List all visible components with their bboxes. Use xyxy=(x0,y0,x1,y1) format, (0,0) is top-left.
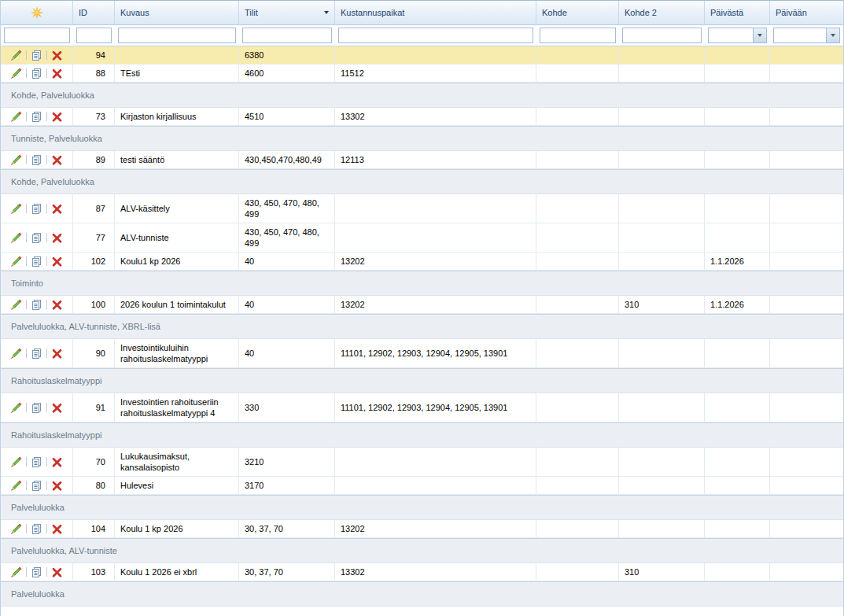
delete-button[interactable] xyxy=(50,49,64,61)
edit-button[interactable] xyxy=(9,202,23,215)
edit-button[interactable] xyxy=(9,110,23,123)
delete-button[interactable] xyxy=(50,298,64,311)
filter-input-paivasta[interactable] xyxy=(708,28,753,43)
copy-button[interactable] xyxy=(30,49,43,61)
delete-button[interactable] xyxy=(50,479,64,492)
group-label: Toiminto xyxy=(11,278,43,288)
edit-button[interactable] xyxy=(9,67,23,79)
column-header-paivaan[interactable]: Päivään xyxy=(770,1,843,24)
edit-button[interactable] xyxy=(9,49,23,61)
table-row[interactable]: 77ALV-tunniste430, 450, 470, 480, 499 xyxy=(1,223,843,253)
table-row[interactable]: 91Investointien rahoituseriin rahoitusla… xyxy=(1,393,843,422)
filter-input-paivaan[interactable] xyxy=(773,28,826,43)
delete-button[interactable] xyxy=(50,522,64,535)
filter-input-kohde[interactable] xyxy=(540,28,616,43)
table-row[interactable]: 88TEsti460011512 xyxy=(1,65,843,83)
table-row[interactable]: 73Kirjaston kirjallisuus451013302 xyxy=(1,108,843,126)
copy-button[interactable] xyxy=(30,566,43,578)
row-actions-cell xyxy=(1,253,73,270)
copy-button[interactable] xyxy=(30,401,43,414)
table-row[interactable]: 70Lukukausimaksut, kansalaisopisto3210 xyxy=(1,448,843,477)
column-header-actions[interactable] xyxy=(1,1,73,24)
edit-button[interactable] xyxy=(9,566,23,578)
cell-tilit: 40 xyxy=(239,253,335,270)
date-picker-trigger-button[interactable] xyxy=(753,28,767,43)
filter-input-id[interactable] xyxy=(76,28,112,43)
edit-button[interactable] xyxy=(9,231,23,244)
action-separator xyxy=(26,155,27,164)
edit-button[interactable] xyxy=(9,479,23,492)
cell-text: 80 xyxy=(96,480,105,491)
table-row[interactable]: 90Investointikuluihin rahoituslaskelmaty… xyxy=(1,339,843,368)
copy-button[interactable] xyxy=(30,298,43,311)
delete-button[interactable] xyxy=(50,401,64,414)
cell-paivaan xyxy=(770,296,843,313)
action-separator xyxy=(26,567,27,577)
filter-input-kuvaus[interactable] xyxy=(118,28,236,43)
table-row[interactable]: 80Hulevesi3170 xyxy=(1,477,843,495)
delete-button[interactable] xyxy=(50,347,64,360)
delete-button[interactable] xyxy=(50,110,64,123)
column-header-kohde[interactable]: Kohde xyxy=(536,1,619,24)
action-separator xyxy=(46,403,47,412)
copy-button[interactable] xyxy=(30,347,43,360)
action-separator xyxy=(46,349,47,358)
edit-button[interactable] xyxy=(9,456,23,468)
edit-button[interactable] xyxy=(9,401,23,414)
cell-kohde2 xyxy=(619,108,705,125)
copy-button[interactable] xyxy=(30,202,43,215)
filter-input-kohde2[interactable] xyxy=(622,28,702,43)
cell-tilit: 4600 xyxy=(239,65,335,82)
table-row[interactable]: 89testi sääntö430,450,470,480,4912113 xyxy=(1,151,843,169)
copy-button[interactable] xyxy=(30,153,43,166)
table-row[interactable]: 1002026 koulun 1 toimintakulut4013202310… xyxy=(1,296,843,314)
delete-button[interactable] xyxy=(50,153,64,166)
column-menu-arrow-icon[interactable] xyxy=(324,11,329,14)
edit-button[interactable] xyxy=(9,347,23,360)
edit-button[interactable] xyxy=(9,255,23,267)
delete-button[interactable] xyxy=(50,566,64,578)
cell-text: 1.1.2026 xyxy=(710,299,744,310)
edit-button[interactable] xyxy=(9,522,23,535)
cell-paivaan xyxy=(770,563,843,581)
group-row: Palveluluokka xyxy=(1,495,843,520)
column-header-paivasta[interactable]: Päivästä xyxy=(705,1,770,24)
cell-kohde2 xyxy=(619,194,705,223)
delete-button[interactable] xyxy=(50,456,64,468)
copy-button[interactable] xyxy=(30,67,43,79)
column-header-kustannuspaikat[interactable]: Kustannuspaikat xyxy=(335,1,536,24)
delete-button[interactable] xyxy=(50,255,64,267)
copy-button[interactable] xyxy=(30,522,43,535)
filter-input-actions[interactable] xyxy=(4,28,70,43)
filter-input-tilit[interactable] xyxy=(242,28,332,43)
date-picker-trigger-button[interactable] xyxy=(826,28,840,43)
table-row[interactable]: 87ALV-käsittely430, 450, 470, 480, 499 xyxy=(1,194,843,223)
copy-button[interactable] xyxy=(30,479,43,492)
edit-button[interactable] xyxy=(9,298,23,311)
row-actions-cell xyxy=(1,108,73,125)
table-row[interactable]: 103Koulu 1 2026 ei xbrl30, 37, 701330231… xyxy=(1,563,843,581)
column-header-tilit[interactable]: Tilit xyxy=(239,1,335,24)
date-filter-combo xyxy=(773,28,840,43)
table-row[interactable]: 102Koulu1 kp 202640132021.1.2026 xyxy=(1,253,843,271)
pencil-icon xyxy=(10,111,22,123)
filter-cell-actions xyxy=(1,25,73,46)
cell-kohde xyxy=(536,46,619,64)
cell-id: 103 xyxy=(73,563,115,581)
copy-button[interactable] xyxy=(30,231,43,244)
table-row[interactable]: 104Koulu 1 kp 202630, 37, 7013202 xyxy=(1,520,843,538)
copy-icon xyxy=(31,154,42,166)
table-row[interactable]: 946380 xyxy=(1,46,843,65)
delete-button[interactable] xyxy=(50,67,64,79)
edit-button[interactable] xyxy=(9,153,23,166)
column-header-kuvaus[interactable]: Kuvaus xyxy=(115,1,239,24)
column-header-id[interactable]: ID xyxy=(73,1,115,24)
filter-input-kustannuspaikat[interactable] xyxy=(338,28,533,43)
delete-button[interactable] xyxy=(50,202,64,215)
copy-button[interactable] xyxy=(30,456,43,468)
copy-button[interactable] xyxy=(30,110,43,123)
column-header-kohde2[interactable]: Kohde 2 xyxy=(619,1,705,24)
cell-paivaan xyxy=(770,339,843,367)
copy-button[interactable] xyxy=(30,255,43,267)
delete-button[interactable] xyxy=(50,231,64,244)
